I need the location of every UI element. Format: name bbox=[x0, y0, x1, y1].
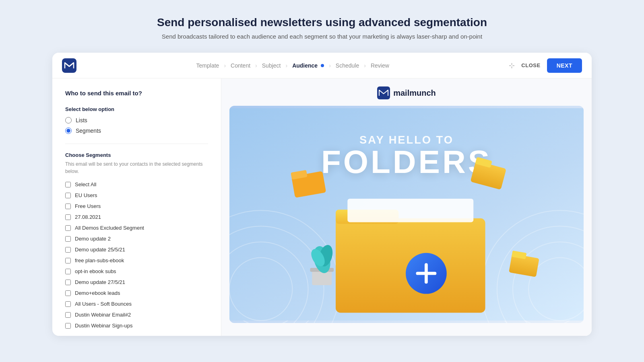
checkbox-opt-in-ebook-label: opt-in ebook subs bbox=[75, 268, 116, 274]
checkbox-demo-update2-label: Demo update 2 bbox=[75, 236, 111, 242]
left-panel-title: Who to send this email to? bbox=[65, 90, 208, 97]
page-heading: Send personalised newsletters using adva… bbox=[157, 16, 487, 29]
radio-lists-label: Lists bbox=[76, 117, 87, 123]
option-section: Select below option Lists Segments bbox=[65, 106, 208, 134]
checkbox-select-all[interactable]: Select All bbox=[65, 181, 208, 187]
active-dot bbox=[321, 64, 324, 67]
page-subheading: Send broadcasts tailored to each audienc… bbox=[157, 33, 487, 40]
checkbox-eu-users[interactable]: EU Users bbox=[65, 192, 208, 198]
nav-step-template[interactable]: Template bbox=[196, 62, 219, 69]
svg-text:FOLDERS: FOLDERS bbox=[321, 144, 492, 180]
checkbox-demo-ebook-leads-label: Demo+ebook leads bbox=[75, 290, 120, 296]
checkbox-free-users[interactable]: Free Users bbox=[65, 203, 208, 209]
checkbox-demo-update-25[interactable]: Demo update 25/5/21 bbox=[65, 247, 208, 253]
nav-step-review[interactable]: Review bbox=[371, 62, 389, 69]
segments-title: Choose Segments bbox=[65, 152, 208, 158]
checkbox-eu-users-label: EU Users bbox=[75, 192, 97, 198]
checkbox-demo-update-25-label: Demo update 25/5/21 bbox=[75, 247, 125, 253]
divider bbox=[65, 144, 208, 144]
top-nav: Template › Content › Subject › Audience … bbox=[52, 53, 592, 78]
mailmunch-logo-text: mailmunch bbox=[393, 88, 436, 98]
checkbox-all-users-soft[interactable]: All Users - Soft Bounces bbox=[65, 301, 208, 307]
close-button[interactable]: CLOSE bbox=[521, 62, 540, 68]
nav-step-content[interactable]: Content bbox=[231, 62, 250, 69]
checkbox-free-plan-subs-label: free plan-subs-ebook bbox=[75, 257, 124, 263]
logo bbox=[62, 58, 76, 73]
banner-svg: SAY HELLO TO FOLDERS bbox=[229, 106, 584, 323]
radio-segments[interactable]: Segments bbox=[65, 128, 208, 134]
checkbox-all-users-soft-label: All Users - Soft Bounces bbox=[75, 301, 132, 307]
main-content: Who to send this email to? Select below … bbox=[52, 78, 592, 336]
nav-arrow-2: › bbox=[255, 62, 257, 69]
checkbox-dustin-webinar-signups[interactable]: Dustin Webinar Sign-ups bbox=[65, 323, 208, 329]
checkbox-date-27[interactable]: 27.08.2021 bbox=[65, 214, 208, 220]
checkbox-demo-update-27[interactable]: Demo update 27/5/21 bbox=[65, 279, 208, 285]
checkbox-free-plan-subs[interactable]: free plan-subs-ebook bbox=[65, 257, 208, 263]
radio-lists[interactable]: Lists bbox=[65, 117, 208, 123]
checkbox-dustin-webinar-signups-label: Dustin Webinar Sign-ups bbox=[75, 323, 133, 329]
checkbox-all-demos[interactable]: All Demos Excluded Segment bbox=[65, 225, 208, 231]
nav-arrow-4: › bbox=[329, 62, 331, 69]
expand-icon[interactable]: ⊹ bbox=[509, 61, 515, 70]
checkbox-opt-in-ebook[interactable]: opt-in ebook subs bbox=[65, 268, 208, 274]
svg-rect-0 bbox=[62, 58, 76, 73]
nav-step-schedule[interactable]: Schedule bbox=[336, 62, 359, 69]
nav-arrow-5: › bbox=[364, 62, 366, 69]
checkbox-select-all-label: Select All bbox=[75, 181, 96, 187]
checkbox-demo-update2[interactable]: Demo update 2 bbox=[65, 236, 208, 242]
checkbox-demo-update-27-label: Demo update 27/5/21 bbox=[75, 279, 125, 285]
nav-arrow-1: › bbox=[224, 62, 226, 69]
checkbox-all-demos-label: All Demos Excluded Segment bbox=[75, 225, 144, 231]
nav-right: ⊹ CLOSE NEXT bbox=[509, 58, 582, 73]
checkbox-free-users-label: Free Users bbox=[75, 203, 101, 209]
checkbox-dustin-webinar-email-label: Dustin Webinar Email#2 bbox=[75, 312, 131, 318]
right-panel: mailmunch bbox=[221, 78, 592, 336]
checkbox-date-27-label: 27.08.2021 bbox=[75, 214, 101, 220]
nav-steps: Template › Content › Subject › Audience … bbox=[76, 62, 509, 69]
mailmunch-logo-icon bbox=[377, 86, 390, 99]
mailmunch-logo: mailmunch bbox=[377, 86, 436, 99]
checkbox-demo-ebook-leads[interactable]: Demo+ebook leads bbox=[65, 290, 208, 296]
svg-rect-15 bbox=[347, 199, 473, 222]
segments-section: Choose Segments This email will be sent … bbox=[65, 152, 208, 329]
nav-arrow-3: › bbox=[285, 62, 287, 69]
checkbox-dustin-webinar-email[interactable]: Dustin Webinar Email#2 bbox=[65, 312, 208, 318]
next-button[interactable]: NEXT bbox=[547, 58, 582, 73]
radio-segments-label: Segments bbox=[76, 128, 101, 134]
preview-banner: SAY HELLO TO FOLDERS bbox=[229, 106, 584, 323]
main-card: Template › Content › Subject › Audience … bbox=[52, 53, 592, 336]
select-option-label: Select below option bbox=[65, 106, 208, 112]
nav-step-audience[interactable]: Audience bbox=[292, 62, 324, 69]
nav-step-subject[interactable]: Subject bbox=[262, 62, 281, 69]
left-panel: Who to send this email to? Select below … bbox=[52, 78, 221, 336]
page-header: Send personalised newsletters using adva… bbox=[157, 16, 487, 40]
segments-description: This email will be sent to your contacts… bbox=[65, 160, 208, 175]
